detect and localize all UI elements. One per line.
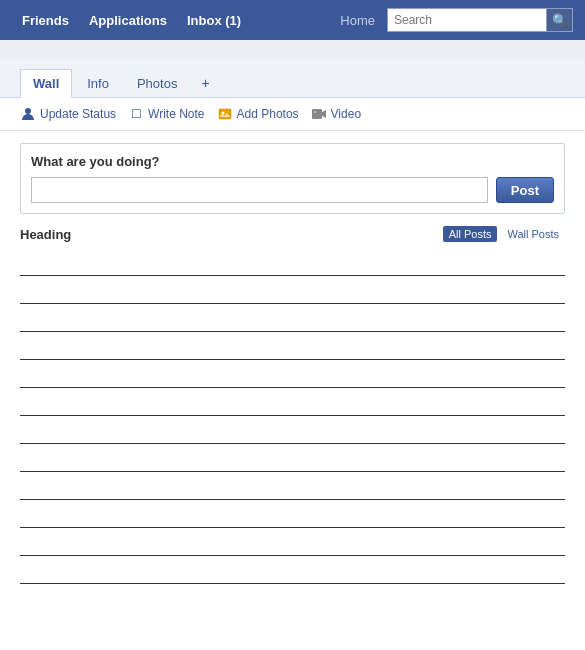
note-icon: ☐ — [128, 106, 144, 122]
feed-line — [20, 332, 565, 360]
search-wrapper: 🔍 — [387, 8, 573, 32]
nav-applications[interactable]: Applications — [79, 13, 177, 28]
svg-marker-4 — [322, 110, 326, 118]
feed-line — [20, 556, 565, 584]
status-box: What are you doing? Post — [20, 143, 565, 214]
feed-heading: Heading — [20, 227, 71, 242]
video-icon — [311, 106, 327, 122]
feed-line — [20, 360, 565, 388]
all-posts-filter[interactable]: All Posts — [443, 226, 498, 242]
action-write-note[interactable]: ☐ Write Note — [128, 106, 204, 122]
feed-line — [20, 528, 565, 556]
action-write-note-label: Write Note — [148, 107, 204, 121]
user-icon — [20, 106, 36, 122]
action-update-status-label: Update Status — [40, 107, 116, 121]
feed-line — [20, 388, 565, 416]
tab-wall[interactable]: Wall — [20, 69, 72, 98]
feed-line — [20, 276, 565, 304]
action-video[interactable]: Video — [311, 106, 361, 122]
search-button[interactable]: 🔍 — [547, 8, 573, 32]
nav-friends[interactable]: Friends — [12, 13, 79, 28]
status-input-row: Post — [31, 177, 554, 203]
subheader — [0, 40, 585, 60]
action-video-label: Video — [331, 107, 361, 121]
action-bar: Update Status ☐ Write Note Add Photos Vi… — [0, 98, 585, 131]
tab-add[interactable]: + — [192, 68, 218, 97]
action-update-status[interactable]: Update Status — [20, 106, 116, 122]
post-button[interactable]: Post — [496, 177, 554, 203]
svg-rect-1 — [219, 109, 231, 119]
tabs: Wall Info Photos + — [0, 60, 585, 98]
feed-lines — [20, 248, 565, 584]
nav-inbox[interactable]: Inbox (1) — [177, 13, 251, 28]
tab-photos[interactable]: Photos — [124, 69, 190, 97]
tab-info[interactable]: Info — [74, 69, 122, 97]
svg-point-0 — [25, 108, 31, 114]
feed-line — [20, 248, 565, 276]
feed-line — [20, 304, 565, 332]
wall-posts-filter[interactable]: Wall Posts — [501, 226, 565, 242]
feed-line — [20, 472, 565, 500]
svg-rect-3 — [312, 109, 322, 119]
feed-header: Heading All Posts Wall Posts — [20, 226, 565, 242]
feed-filters: All Posts Wall Posts — [443, 226, 565, 242]
feed-line — [20, 444, 565, 472]
nav-home[interactable]: Home — [328, 13, 387, 28]
status-question: What are you doing? — [31, 154, 554, 169]
action-add-photos[interactable]: Add Photos — [217, 106, 299, 122]
search-input[interactable] — [387, 8, 547, 32]
photo-icon — [217, 106, 233, 122]
action-add-photos-label: Add Photos — [237, 107, 299, 121]
feed-line — [20, 416, 565, 444]
status-input[interactable] — [31, 177, 488, 203]
feed-line — [20, 500, 565, 528]
navbar: Friends Applications Inbox (1) Home 🔍 — [0, 0, 585, 40]
